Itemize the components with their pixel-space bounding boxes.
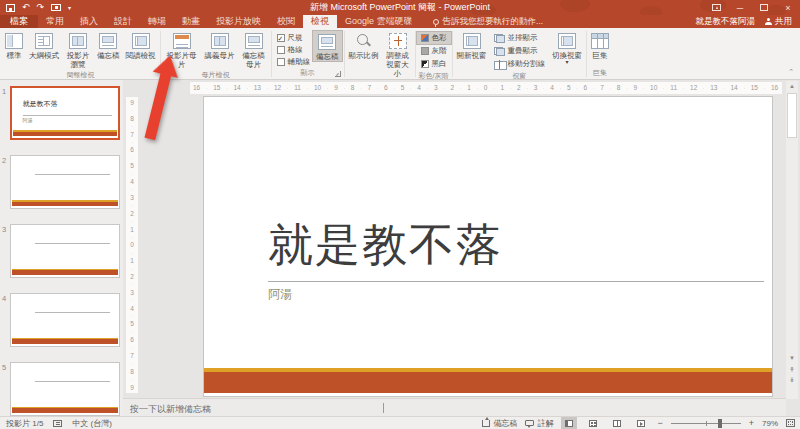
start-slideshow-icon[interactable] bbox=[51, 4, 61, 11]
guides-checkbox[interactable]: 輔助線 bbox=[277, 56, 311, 67]
notes-master-button[interactable]: 備忘稿母片 bbox=[238, 30, 270, 69]
slide-master-button[interactable]: 投影片母片 bbox=[162, 30, 202, 69]
scrollbar-thumb[interactable] bbox=[787, 93, 797, 138]
ruler-number: 12 bbox=[274, 82, 281, 94]
tab-design[interactable]: 設計 bbox=[106, 15, 140, 28]
tab-file[interactable]: 檔案 bbox=[0, 15, 38, 28]
black-and-white-button[interactable]: 黑白 bbox=[417, 58, 451, 70]
previous-slide-icon[interactable]: ↟ bbox=[786, 365, 798, 375]
workspace: 1就是教不落阿湯2345 9·8·7·6·5·4·3·2·1·0·1·2·3·4… bbox=[0, 80, 800, 416]
normal-view-shortcut[interactable] bbox=[561, 417, 577, 429]
arrange-all-button[interactable]: 並排顯示 bbox=[490, 32, 550, 44]
ruler-checkbox[interactable]: ✓ 尺規 bbox=[277, 32, 311, 43]
zoom-out-button[interactable]: − bbox=[657, 418, 662, 428]
zoom-button[interactable]: 顯示比例 bbox=[346, 30, 382, 60]
slide-thumbnail-3[interactable]: 3 bbox=[10, 224, 120, 278]
accessibility-checker-icon[interactable] bbox=[53, 420, 62, 427]
switch-windows-button[interactable]: 切換視窗 ▾ bbox=[549, 30, 585, 64]
zoom-percentage[interactable]: 79% bbox=[762, 419, 778, 428]
notes-placeholder[interactable]: 按一下以新增備忘稿 bbox=[130, 403, 211, 416]
thumbnail-title: 就是教不落 bbox=[23, 99, 58, 109]
ribbon-display-options-button[interactable] bbox=[704, 0, 728, 15]
grayscale-button[interactable]: 灰階 bbox=[417, 45, 451, 57]
ruler-tick: · bbox=[131, 329, 133, 335]
slide-canvas[interactable]: 就是教不落 阿湯 bbox=[203, 96, 773, 397]
language-indicator[interactable]: 中文 (台灣) bbox=[72, 418, 112, 429]
save-icon[interactable] bbox=[6, 4, 15, 12]
ruler-number: 2 bbox=[130, 210, 134, 217]
ruler-number: 12 bbox=[690, 82, 697, 94]
share-button[interactable]: 共用 bbox=[765, 16, 792, 28]
title-bar: ↶ ↷ ▾ 新增 Microsoft PowerPoint 簡報 - Power… bbox=[0, 0, 800, 15]
ruler-number: 4 bbox=[550, 82, 554, 94]
cascade-button[interactable]: 重疊顯示 bbox=[490, 45, 550, 57]
slide-sorter-button[interactable]: 投影片瀏覽 bbox=[62, 30, 94, 69]
slide-title-text[interactable]: 就是教不落 bbox=[268, 215, 503, 275]
minimize-button[interactable]: ─ bbox=[728, 0, 752, 15]
notes-toggle-button[interactable]: 備忘稿 bbox=[312, 30, 343, 62]
slide-thumbnail-5[interactable]: 5 bbox=[10, 362, 120, 416]
undo-icon[interactable]: ↶ bbox=[22, 3, 30, 12]
gridlines-checkbox[interactable]: 格線 bbox=[277, 44, 311, 55]
scroll-down-icon[interactable]: ▼ bbox=[786, 353, 798, 364]
collapse-ribbon-button[interactable]: ⌃ bbox=[788, 68, 794, 76]
tab-google-drive[interactable]: Google 雲端硬碟 bbox=[337, 15, 421, 28]
notes-pane[interactable]: 按一下以新增備忘稿 bbox=[123, 398, 786, 416]
customize-qat-icon[interactable]: ▾ bbox=[68, 4, 71, 11]
dialog-launcher-icon[interactable] bbox=[335, 71, 341, 77]
close-button[interactable]: × bbox=[776, 0, 800, 15]
comments-toggle[interactable]: 註解 bbox=[525, 418, 553, 429]
vertical-scrollbar[interactable]: ▲ ▼ ↟ ↡ bbox=[786, 81, 798, 399]
tab-slide-show[interactable]: 投影片放映 bbox=[208, 15, 269, 28]
tell-me-box[interactable]: 告訴我您想要執行的動作... bbox=[433, 15, 544, 28]
slide-thumbnail-2[interactable]: 2 bbox=[10, 155, 120, 209]
redo-icon[interactable]: ↷ bbox=[37, 3, 45, 12]
fit-to-window-button[interactable]: 調整成視窗大小 bbox=[382, 30, 414, 78]
slide-thumbnail-1[interactable]: 1就是教不落阿湯 bbox=[10, 86, 120, 140]
signed-in-user[interactable]: 就是教不落阿湯 bbox=[696, 16, 756, 28]
ruler-number: 11 bbox=[670, 82, 677, 94]
reading-view-button[interactable]: 閱讀檢視 bbox=[123, 30, 159, 60]
maximize-button[interactable] bbox=[752, 0, 776, 15]
group-separator bbox=[160, 31, 161, 77]
notes-toggle[interactable]: 備忘稿 bbox=[482, 418, 517, 429]
slideshow-shortcut[interactable] bbox=[633, 417, 649, 429]
ruler-number: 13 bbox=[710, 82, 717, 94]
slide-thumbnail-4[interactable]: 4 bbox=[10, 293, 120, 347]
ruler-tick: · bbox=[131, 376, 133, 382]
tab-transitions[interactable]: 轉場 bbox=[140, 15, 174, 28]
outline-view-icon bbox=[35, 33, 53, 49]
next-slide-icon[interactable]: ↡ bbox=[786, 375, 798, 385]
move-split-button[interactable]: 移動分割線 bbox=[490, 58, 550, 70]
ruler-number: 9 bbox=[334, 82, 338, 94]
reading-view-shortcut[interactable] bbox=[609, 417, 625, 429]
ruler-tick: · bbox=[443, 82, 445, 94]
fit-slide-to-window-icon[interactable] bbox=[786, 419, 795, 427]
normal-view-button[interactable]: 標準 bbox=[2, 30, 26, 60]
zoom-slider[interactable] bbox=[671, 417, 741, 429]
scroll-up-icon[interactable]: ▲ bbox=[786, 81, 798, 92]
zoom-in-button[interactable]: + bbox=[749, 418, 754, 428]
notes-page-button[interactable]: 備忘稿 bbox=[94, 30, 123, 60]
outline-view-button[interactable]: 大綱模式 bbox=[26, 30, 62, 60]
ruler-tick: · bbox=[393, 82, 395, 94]
thumbnail-accent-bar bbox=[12, 200, 118, 206]
slide-sorter-shortcut[interactable] bbox=[585, 417, 601, 429]
tab-animations[interactable]: 動畫 bbox=[174, 15, 208, 28]
ruler-number: 0 bbox=[484, 82, 488, 94]
zoom-slider-handle[interactable] bbox=[718, 419, 722, 428]
new-window-button[interactable]: 開新視窗 bbox=[454, 30, 490, 60]
tab-insert[interactable]: 插入 bbox=[72, 15, 106, 28]
tab-home[interactable]: 常用 bbox=[38, 15, 72, 28]
tab-review[interactable]: 校閱 bbox=[269, 15, 303, 28]
horizontal-ruler: 16·15·14·13·12·11·10·9·8·7·6·5·4·3·2·1·0… bbox=[190, 82, 782, 94]
macros-button[interactable]: 巨集 bbox=[588, 30, 612, 60]
color-button[interactable]: 色彩 bbox=[417, 32, 451, 44]
slide-subtitle-text[interactable]: 阿湯 bbox=[268, 286, 292, 303]
ruler-number: 14 bbox=[730, 82, 737, 94]
ruler-tick: · bbox=[131, 202, 133, 208]
handout-master-button[interactable]: 講義母片 bbox=[202, 30, 238, 60]
tab-view[interactable]: 檢視 bbox=[303, 15, 337, 28]
group-separator bbox=[415, 31, 416, 77]
cascade-icon bbox=[494, 47, 505, 56]
